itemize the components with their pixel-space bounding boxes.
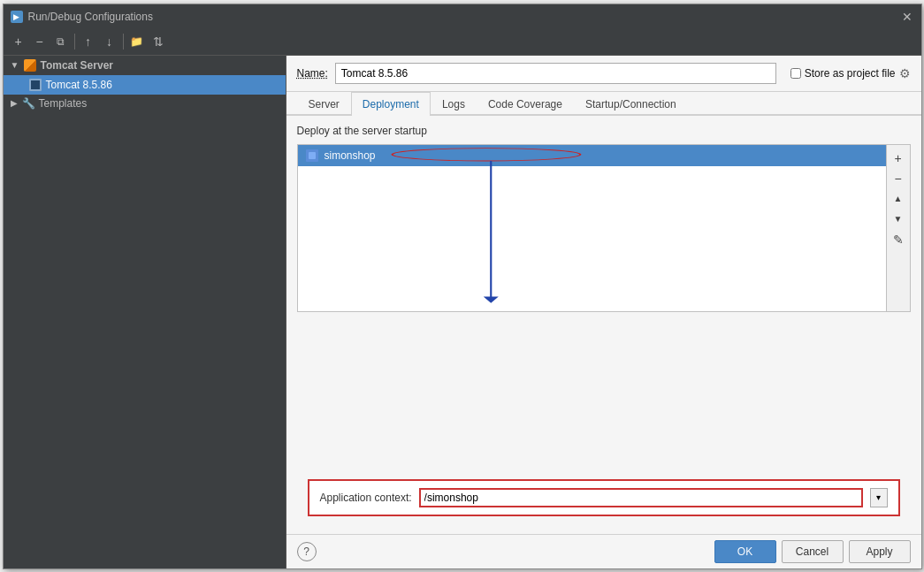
tomcat-instance-icon <box>28 78 42 92</box>
toolbar-separator-2 <box>123 34 124 50</box>
gear-icon[interactable]: ⚙ <box>899 66 911 80</box>
deploy-list: simonshop <box>298 145 886 312</box>
tab-deployment[interactable]: Deployment <box>351 92 431 116</box>
tab-server[interactable]: Server <box>297 92 351 116</box>
artifact-icon <box>305 149 319 163</box>
tree-item-tomcat-server[interactable]: ▼ Tomcat Server <box>4 56 286 75</box>
tomcat-server-label: Tomcat Server <box>41 59 113 72</box>
name-input[interactable] <box>335 63 776 84</box>
toolbar: + − ⧉ ↑ ↓ 📁 ⇅ <box>4 29 921 56</box>
ok-button[interactable]: OK <box>714 540 776 563</box>
tree-arrow-tomcat: ▼ <box>11 60 19 70</box>
store-project-file-checkbox[interactable] <box>790 68 801 79</box>
remove-config-button[interactable]: − <box>30 32 50 51</box>
store-checkbox-area: Store as project file ⚙ <box>790 66 911 80</box>
move-down-button[interactable]: ↓ <box>100 32 119 51</box>
deploy-up-button[interactable]: ▲ <box>889 189 908 209</box>
help-button[interactable]: ? <box>297 542 317 561</box>
templates-label: Templates <box>39 97 88 110</box>
context-label: Application context: <box>320 492 412 504</box>
tree-arrow-templates: ▶ <box>11 98 19 108</box>
tab-code-coverage[interactable]: Code Coverage <box>477 92 574 116</box>
bottom-bar: ? OK Cancel Apply <box>286 534 921 568</box>
toolbar-separator-1 <box>74 34 75 50</box>
tree-item-templates[interactable]: ▶ 🔧 Templates <box>4 95 286 112</box>
tab-logs[interactable]: Logs <box>431 92 477 116</box>
tab-content-deployment: Deploy at the server startup simonshop <box>286 116 921 534</box>
dialog: ▶ Run/Debug Configurations ✕ + − ⧉ ↑ ↓ 📁… <box>3 4 922 569</box>
title-bar: ▶ Run/Debug Configurations ✕ <box>4 4 921 29</box>
tomcat-server-icon <box>23 58 37 72</box>
deploy-add-button[interactable]: + <box>889 149 908 168</box>
close-button[interactable]: ✕ <box>900 10 914 24</box>
deploy-section-label: Deploy at the server startup <box>297 125 911 137</box>
deploy-down-button[interactable]: ▼ <box>889 210 908 229</box>
add-config-button[interactable]: + <box>9 32 28 51</box>
deploy-edit-button[interactable]: ✎ <box>889 230 908 249</box>
apply-button[interactable]: Apply <box>849 540 911 563</box>
cancel-button[interactable]: Cancel <box>782 540 844 563</box>
left-panel: ▼ Tomcat Server Tomcat 8.5.86 ▶ 🔧 Templa… <box>4 56 286 568</box>
sort-button[interactable]: ⇅ <box>149 32 168 51</box>
templates-icon: 🔧 <box>23 97 35 110</box>
deploy-item-label: simonshop <box>325 149 376 162</box>
move-up-button[interactable]: ↑ <box>79 32 98 51</box>
tomcat-instance-label: Tomcat 8.5.86 <box>46 79 112 91</box>
tree-item-tomcat-instance[interactable]: Tomcat 8.5.86 <box>4 75 286 95</box>
deploy-list-container: simonshop + − ▲ ▼ ✎ <box>297 144 911 313</box>
name-row: Name: Store as project file ⚙ <box>286 56 921 92</box>
main-content: ▼ Tomcat Server Tomcat 8.5.86 ▶ 🔧 Templa… <box>4 56 921 568</box>
side-buttons: + − ▲ ▼ ✎ <box>886 145 910 312</box>
dialog-title: Run/Debug Configurations <box>28 11 895 23</box>
store-label: Store as project file <box>805 67 896 80</box>
folder-button[interactable]: 📁 <box>127 32 147 51</box>
tab-startup-connection[interactable]: Startup/Connection <box>574 92 688 116</box>
deploy-remove-button[interactable]: − <box>889 169 908 188</box>
deploy-item-simonshop[interactable]: simonshop <box>298 145 886 166</box>
tabs-row: Server Deployment Logs Code Coverage Sta… <box>286 92 921 116</box>
context-row: Application context: ▾ <box>308 479 900 516</box>
right-panel: Name: Store as project file ⚙ Server Dep… <box>286 56 921 568</box>
copy-config-button[interactable]: ⧉ <box>51 32 71 51</box>
dialog-icon: ▶ <box>11 11 23 23</box>
context-input[interactable] <box>419 488 863 507</box>
context-dropdown-button[interactable]: ▾ <box>870 488 888 507</box>
name-label: Name: <box>297 67 328 80</box>
